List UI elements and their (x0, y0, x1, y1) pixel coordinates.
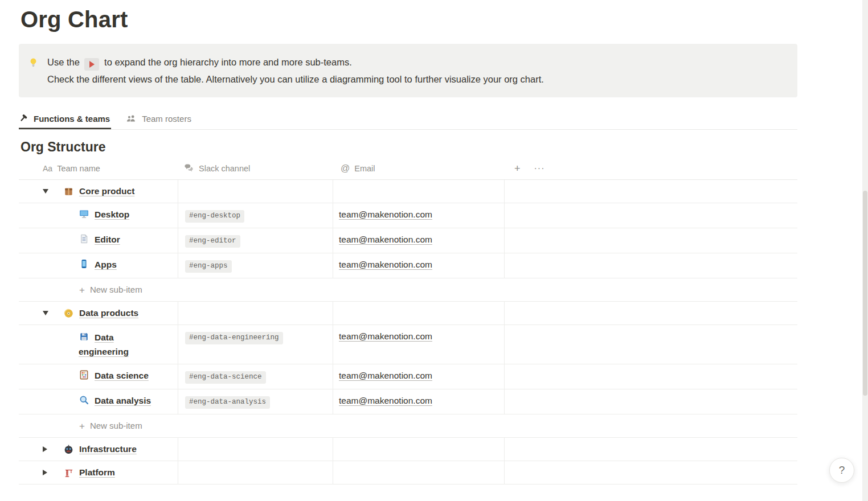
email-cell[interactable]: team@makenotion.com (333, 253, 505, 278)
scrollbar-track (862, 0, 868, 501)
collapse-toggle-collapsed[interactable] (43, 443, 56, 455)
slack-channel-tag[interactable]: #eng-data-engineering (185, 332, 283, 344)
page-title: Org Chart (21, 0, 797, 32)
plus-icon: + (79, 285, 85, 295)
desktop-computer-emoji (79, 208, 89, 219)
email-cell[interactable]: team@makenotion.com (333, 203, 505, 228)
add-column-button[interactable]: + (514, 163, 521, 174)
plus-icon: + (79, 421, 85, 431)
empty-cell (505, 461, 797, 484)
email-cell[interactable]: team@makenotion.com (333, 364, 505, 389)
slack-cell[interactable] (178, 180, 333, 203)
scrollbar-thumb[interactable] (863, 191, 867, 396)
email-link[interactable]: team@makenotion.com (339, 331, 432, 341)
table-row: Infrastructure (19, 438, 797, 461)
slack-cell[interactable]: #eng-data-analysis (178, 389, 333, 414)
column-label: Slack channel (199, 164, 250, 173)
callout-line1-after: to expand the org hierarchy into more an… (104, 57, 352, 67)
table-row: Data engineering #eng-data-engineering t… (19, 325, 797, 364)
team-name-link[interactable]: Data products (79, 307, 138, 319)
collapse-toggle-expanded[interactable] (43, 185, 56, 198)
email-cell[interactable] (333, 438, 505, 461)
magnifying-glass-emoji (79, 395, 89, 405)
help-button[interactable]: ? (829, 458, 854, 483)
collapse-toggle-expanded[interactable] (43, 307, 56, 319)
slack-cell[interactable] (178, 438, 333, 461)
table-row: Data science #eng-data-science team@make… (19, 364, 797, 389)
document-emoji (79, 233, 89, 244)
slack-channel-tag[interactable]: #eng-data-analysis (185, 396, 270, 409)
team-name-link[interactable]: Data science (95, 371, 149, 380)
callout-line1-before: Use the (47, 57, 80, 67)
slack-cell[interactable]: #eng-data-engineering (178, 325, 333, 364)
tab-functions-and-teams[interactable]: Functions & teams (19, 109, 111, 129)
hammer-icon (19, 114, 28, 124)
email-cell[interactable] (333, 180, 505, 203)
column-label: Email (354, 164, 375, 173)
robot-emoji (63, 444, 74, 455)
slack-cell[interactable]: #eng-desktop (178, 203, 333, 228)
empty-cell (505, 438, 797, 461)
more-options-button[interactable]: ··· (534, 164, 545, 173)
table-row: + New sub-item (19, 414, 797, 438)
email-cell[interactable]: team@makenotion.com (333, 389, 505, 414)
column-header-slack-channel[interactable]: Slack channel (178, 162, 333, 175)
email-cell[interactable]: team@makenotion.com (333, 325, 505, 364)
table-row: + New sub-item (19, 278, 797, 302)
slack-cell[interactable] (178, 461, 333, 484)
team-name-link[interactable]: Apps (95, 260, 117, 269)
new-sub-item-button[interactable]: + New sub-item (19, 414, 797, 437)
column-header-team-name[interactable]: Aa Team name (19, 164, 178, 173)
empty-cell (505, 389, 797, 414)
tab-label: Team rosters (142, 114, 191, 124)
gold-disc-emoji (63, 308, 74, 319)
toggle-chip-illustration (84, 58, 99, 71)
slack-channel-tag[interactable]: #eng-editor (185, 235, 240, 248)
column-label: Team name (57, 164, 100, 173)
slack-cell[interactable] (178, 302, 333, 325)
email-link[interactable]: team@makenotion.com (339, 371, 432, 380)
new-sub-item-label: New sub-item (90, 420, 142, 432)
email-link[interactable]: team@makenotion.com (339, 260, 432, 269)
slack-channel-tag[interactable]: #eng-apps (185, 260, 232, 273)
org-structure-table: Aa Team name Slack channel @ Email + ··· (19, 157, 797, 484)
slack-cell[interactable]: #eng-apps (178, 253, 333, 278)
light-bulb-emoji (28, 56, 39, 88)
new-sub-item-label: New sub-item (90, 284, 142, 296)
email-cell[interactable] (333, 461, 505, 484)
package-emoji (63, 186, 74, 197)
team-name-link[interactable]: Infrastructure (79, 443, 137, 455)
email-link[interactable]: team@makenotion.com (339, 235, 432, 244)
tab-team-rosters[interactable]: Team rosters (126, 109, 193, 129)
column-header-email[interactable]: @ Email (333, 163, 505, 174)
callout: Use the to expand the org hierarchy into… (19, 44, 797, 97)
team-name-link[interactable]: Core product (79, 185, 134, 198)
empty-cell (505, 364, 797, 389)
table-row: Editor #eng-editor team@makenotion.com (19, 228, 797, 253)
email-link[interactable]: team@makenotion.com (339, 396, 432, 405)
collapse-toggle-collapsed[interactable] (43, 466, 56, 479)
table-row: Data analysis #eng-data-analysis team@ma… (19, 389, 797, 414)
team-name-link[interactable]: Desktop (95, 210, 129, 219)
mobile-phone-emoji (79, 258, 89, 269)
table-header-row: Aa Team name Slack channel @ Email + ··· (19, 157, 797, 180)
new-sub-item-button[interactable]: + New sub-item (19, 278, 797, 301)
slack-channel-tag[interactable]: #eng-desktop (185, 210, 244, 223)
empty-cell (505, 253, 797, 278)
email-cell[interactable] (333, 302, 505, 325)
team-name-link[interactable]: Editor (95, 235, 120, 244)
email-cell[interactable]: team@makenotion.com (333, 228, 505, 253)
empty-cell (505, 228, 797, 253)
slack-channel-tag[interactable]: #eng-data-science (185, 371, 266, 384)
slack-cell[interactable]: #eng-editor (178, 228, 333, 253)
database-title: Org Structure (21, 139, 797, 155)
chat-bubbles-icon (183, 162, 194, 175)
table-row: Platform (19, 461, 797, 484)
team-name-link[interactable]: Platform (79, 466, 115, 479)
team-name-link[interactable]: Data analysis (95, 396, 151, 405)
tab-label: Functions & teams (34, 114, 110, 124)
email-link[interactable]: team@makenotion.com (339, 210, 432, 219)
slack-cell[interactable]: #eng-data-science (178, 364, 333, 389)
title-property-icon: Aa (43, 164, 52, 173)
empty-cell (505, 180, 797, 203)
